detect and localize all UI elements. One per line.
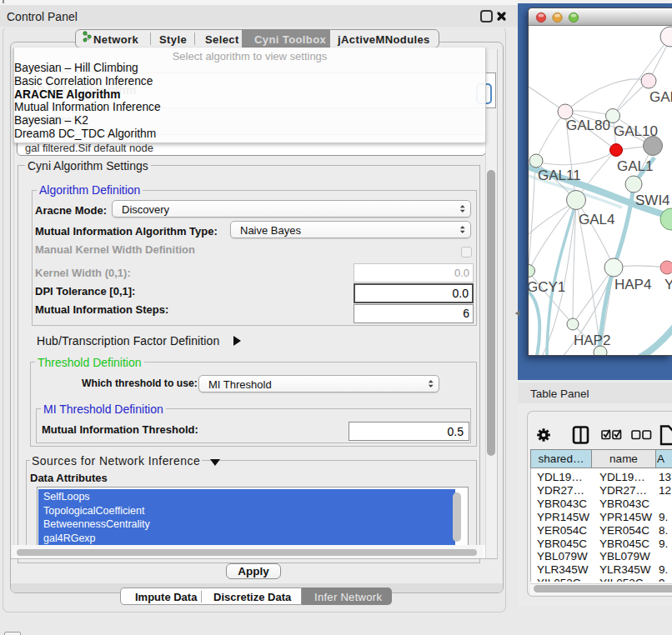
svg-text:HAP2: HAP2 (574, 332, 610, 348)
svg-text:GAL80: GAL80 (566, 118, 610, 133)
svg-text:GAL10: GAL10 (614, 123, 658, 139)
svg-text:YEL0: YEL0 (664, 277, 672, 292)
svg-text:HAP4: HAP4 (614, 277, 651, 292)
svg-text:GAL1: GAL1 (617, 158, 653, 174)
svg-text:SWI4: SWI4 (635, 192, 670, 208)
svg-text:GAL11: GAL11 (538, 168, 581, 183)
svg-text:GAL7: GAL7 (649, 89, 672, 105)
svg-text:GCY1: GCY1 (529, 279, 565, 295)
svg-text:GAL4: GAL4 (579, 212, 614, 228)
